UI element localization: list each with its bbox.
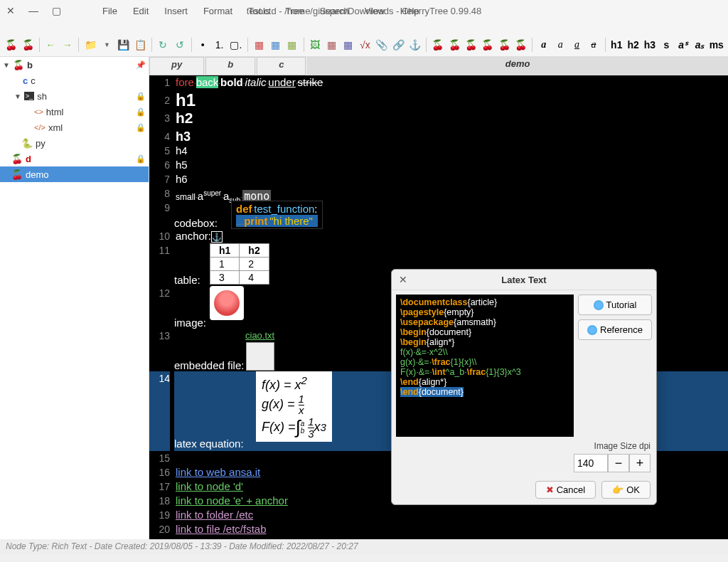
chevron-down-icon[interactable]: ▼ [100, 38, 114, 52]
tree-item-b[interactable]: ▼ 🍒 b 📌 [0, 57, 149, 73]
node-label: html [46, 107, 64, 117]
tree-item-demo[interactable]: 🍒 demo [0, 166, 149, 182]
export-icon[interactable]: 📋 [133, 38, 146, 52]
h3-icon[interactable]: h3 [643, 38, 656, 52]
tree-item-c[interactable]: c c [0, 73, 149, 88]
maximize-icon[interactable]: ▢ [51, 6, 61, 16]
expand-icon[interactable]: ▼ [3, 61, 10, 69]
menu-insert[interactable]: Insert [159, 4, 193, 18]
table-insert-icon[interactable]: ▦ [325, 38, 338, 52]
menu-edit[interactable]: Edit [127, 4, 154, 18]
table-icon1[interactable]: ▦ [252, 38, 266, 52]
numbered-icon[interactable]: 1. [213, 38, 226, 52]
bold-icon[interactable]: a [537, 38, 550, 52]
menu-view[interactable]: View [359, 4, 390, 18]
ok-button[interactable]: 👉OK [601, 481, 651, 499]
gutter: 1 2 3 4 5 6 7 8 9 10 11 12 13 14 15 16 1… [149, 75, 174, 539]
cherry3-icon[interactable]: 🍒 [464, 38, 478, 52]
lock-icon: 🔒 [136, 107, 146, 117]
latex-code-editor[interactable]: \documentclass{article} \pagestyle{empty… [396, 295, 574, 437]
tutorial-button[interactable]: Tutorial [578, 295, 652, 315]
link-icon[interactable]: 🔗 [391, 38, 405, 52]
dpi-plus-button[interactable]: + [629, 454, 651, 472]
tab-c[interactable]: c [257, 57, 306, 75]
node-label: b [27, 60, 33, 70]
menu-search[interactable]: Search [314, 4, 355, 18]
node-add-icon[interactable]: 🍒 [4, 38, 18, 52]
save-icon[interactable]: 💾 [117, 38, 130, 52]
close-icon[interactable]: ✕ [6, 6, 16, 16]
latex-icon[interactable]: √x [358, 38, 372, 52]
anchor-icon[interactable]: ⚓ [408, 38, 422, 52]
table-icon3[interactable]: ▦ [285, 38, 299, 52]
underline-icon[interactable]: a [570, 38, 584, 52]
forward-icon[interactable]: → [60, 38, 74, 52]
cancel-button[interactable]: ✖Cancel [535, 481, 596, 499]
table-icon2[interactable]: ▦ [269, 38, 282, 52]
italic-icon[interactable]: a [554, 38, 567, 52]
back-icon[interactable]: ← [44, 38, 58, 52]
attach-icon[interactable]: 📎 [375, 38, 388, 52]
link-folder[interactable]: link to folder /etc [176, 509, 253, 521]
link-node-e[interactable]: link to node 'e' + anchor [176, 494, 288, 507]
h2-icon[interactable]: h2 [626, 38, 640, 52]
file-name: ciao.txt [245, 330, 274, 341]
minimize-icon[interactable]: — [28, 6, 38, 16]
sub-icon[interactable]: aₛ [692, 38, 706, 52]
menu-format[interactable]: Format [198, 4, 238, 18]
strike-icon[interactable]: a [587, 38, 600, 52]
dpi-input[interactable] [574, 454, 608, 472]
tab-b[interactable]: b [205, 57, 255, 75]
fore-sample: fore [176, 76, 194, 88]
cancel-icon: ✖ [546, 484, 554, 495]
cherry4-icon[interactable]: 🍒 [481, 38, 494, 52]
checkbox-icon[interactable]: ▢. [229, 38, 242, 52]
link-file[interactable]: link to file /etc/fstab [176, 523, 267, 535]
codebox-widget[interactable]: def·test_function: ....print·"hi there" [231, 201, 323, 229]
h1-icon[interactable]: h1 [610, 38, 623, 52]
file-widget[interactable]: ciao.txt [245, 330, 274, 372]
node-add-child-icon[interactable]: 🍒 [21, 38, 34, 52]
link-node-d[interactable]: link to node 'd' [176, 480, 243, 492]
mono-icon[interactable]: ms [710, 38, 724, 52]
latex-widget[interactable]: f(x) = x2 g(x) = 1x F(x) = ∫ab 13x3 [256, 371, 332, 442]
anchor-widget-icon[interactable]: ⚓ [211, 231, 223, 243]
avatar-icon [214, 290, 240, 316]
tree-item-sh[interactable]: ▼ >_ sh 🔒 [0, 88, 149, 104]
codebox-icon[interactable]: ▦ [341, 38, 355, 52]
small-icon[interactable]: s [660, 38, 673, 52]
dpi-minus-button[interactable]: − [608, 454, 629, 472]
tree-item-py[interactable]: 🐍 py [0, 135, 149, 151]
xml-icon: </> [34, 123, 46, 132]
menu-tree[interactable]: Tree [279, 4, 309, 18]
tree-item-html[interactable]: <> html 🔒 [0, 104, 149, 120]
redo-icon[interactable]: ↻ [156, 38, 170, 52]
undo-icon[interactable]: ↺ [173, 38, 186, 52]
cherry6-icon[interactable]: 🍒 [514, 38, 528, 52]
link-web[interactable]: link to web ansa.it [176, 466, 260, 478]
image-widget[interactable] [210, 286, 244, 320]
tab-py[interactable]: py [149, 57, 204, 75]
menu-file[interactable]: File [97, 4, 123, 18]
cherry2-icon[interactable]: 🍒 [447, 38, 461, 52]
file-label: embedded file: [174, 359, 244, 371]
latex-dialog: ✕ Latex Text \documentclass{article} \pa… [391, 269, 657, 505]
dialog-close-icon[interactable]: ✕ [399, 274, 407, 285]
bold-sample: bold [220, 76, 243, 88]
tree-item-d[interactable]: 🍒 d 🔒 [0, 151, 149, 166]
menu-tools[interactable]: Tools [242, 4, 275, 18]
cherry1-icon[interactable]: 🍒 [431, 38, 444, 52]
expand-icon[interactable]: ▼ [14, 92, 21, 100]
anchor-label: anchor: [176, 230, 211, 242]
folder-icon[interactable]: 📁 [83, 38, 97, 52]
cherry5-icon[interactable]: 🍒 [497, 38, 510, 52]
image-icon[interactable]: 🖼 [309, 38, 322, 52]
reference-button[interactable]: Reference [578, 319, 652, 340]
super-icon[interactable]: aˢ [676, 38, 690, 52]
bullet-icon[interactable]: • [196, 38, 209, 52]
dialog-title: Latex Text [501, 275, 546, 285]
tree-item-xml[interactable]: </> xml 🔒 [0, 120, 149, 135]
node-path: demo [307, 57, 728, 75]
menu-help[interactable]: Help [395, 4, 425, 18]
table-widget[interactable]: h1h2 12 34 [210, 243, 269, 285]
